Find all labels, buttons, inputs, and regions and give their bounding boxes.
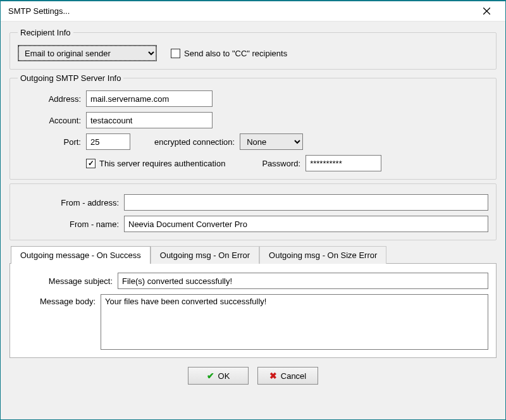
close-button[interactable] [474,3,499,20]
from-address-input[interactable] [124,194,488,211]
message-subject-label: Message subject: [18,276,113,286]
titlebar: SMTP Settings... [1,1,505,22]
message-subject-input[interactable] [118,273,488,289]
address-label: Address: [18,94,81,104]
tab-on-success[interactable]: Outgoing message - On Success [11,246,151,264]
recipient-info-legend: Recipient Info [18,28,73,37]
from-group: From - address: From - name: [9,183,497,240]
requires-auth-label: This server requires authentication [99,159,225,168]
account-label: Account: [18,116,81,125]
from-address-label: From - address: [18,198,119,207]
message-body-label: Message body: [18,294,96,306]
tab-on-size-error[interactable]: Outgoing msg - On Size Error [259,246,386,264]
ok-button-label: OK [218,371,230,381]
cancel-icon: ✖ [269,371,277,381]
server-info-group: Outgoing SMTP Server Info Address: Accou… [9,73,497,180]
server-info-legend: Outgoing SMTP Server Info [18,73,123,83]
check-icon: ✔ [207,371,214,381]
password-input[interactable] [305,155,381,171]
port-label: Port: [18,137,81,147]
tab-panel-success: Message subject: Message body: [9,263,497,358]
message-body-textarea[interactable] [101,294,488,350]
close-icon [483,8,490,15]
cancel-button-label: Cancel [281,371,306,381]
account-input[interactable] [86,112,213,128]
requires-auth-checkbox[interactable]: This server requires authentication [86,159,225,168]
encrypted-connection-select[interactable]: None [240,133,303,150]
from-name-label: From - name: [18,219,119,229]
send-also-cc-label: Send also to "CC" recipients [184,49,287,58]
tab-on-error[interactable]: Outgoing msg - On Error [151,246,259,264]
send-also-cc-checkbox[interactable]: Send also to "CC" recipients [171,49,287,58]
content-area: Recipient Info Email to original sender … [1,22,505,419]
cancel-button[interactable]: ✖ Cancel [257,367,318,385]
from-name-input[interactable] [124,216,488,232]
recipient-info-group: Recipient Info Email to original sender … [9,28,497,70]
checkbox-icon [86,159,96,168]
encrypted-connection-label: encrypted connection: [154,137,235,147]
port-input[interactable] [86,133,130,150]
email-to-select[interactable]: Email to original sender [18,45,157,61]
smtp-settings-window: SMTP Settings... Recipient Info Email to… [0,0,506,420]
dialog-buttons: ✔ OK ✖ Cancel [9,362,497,391]
outgoing-message-tabs: Outgoing message - On Success Outgoing m… [9,245,497,358]
checkbox-icon [171,49,180,58]
ok-button[interactable]: ✔ OK [188,367,249,385]
window-title: SMTP Settings... [8,6,474,16]
password-label: Password: [262,159,300,168]
address-input[interactable] [86,90,213,107]
tab-strip: Outgoing message - On Success Outgoing m… [11,245,497,263]
